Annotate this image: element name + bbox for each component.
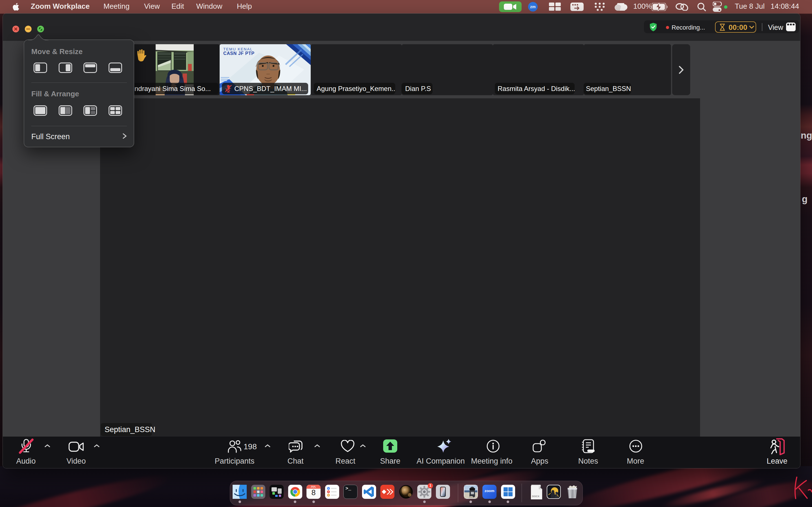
svg-text:TEMU KENAL: TEMU KENAL [223,47,253,51]
svg-text:DOCX: DOCX [532,495,539,498]
svg-text:CASN JF PTP: CASN JF PTP [223,51,255,56]
